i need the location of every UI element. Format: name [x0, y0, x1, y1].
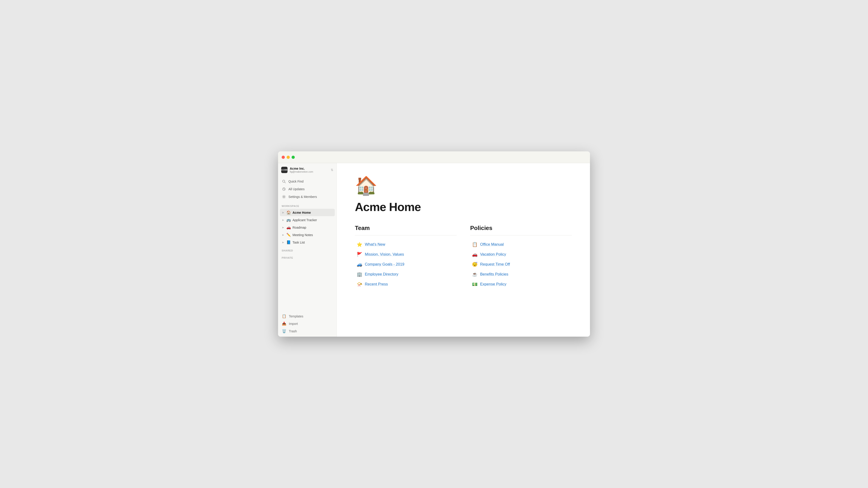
- main-content: 🏠 Acme Home Team ⭐ What's New 🚩 Missio: [337, 163, 590, 337]
- link-office-manual[interactable]: 📋 Office Manual: [470, 240, 572, 249]
- all-updates-item[interactable]: All Updates: [280, 185, 335, 193]
- link-recent-press[interactable]: 📯 Recent Press: [355, 280, 457, 289]
- employee-directory-emoji: 🏢: [356, 271, 363, 277]
- workspace-info: ACME Acme Inc. fig@makenotion.com: [281, 167, 313, 173]
- link-mission-vision[interactable]: 🚩 Mission, Vision, Values: [355, 250, 457, 259]
- workspace-email: fig@makenotion.com: [290, 170, 313, 173]
- sidebar-bottom: 📋 Templates 📥 Import 🗑️ Trash: [278, 311, 337, 337]
- app-window: ACME Acme Inc. fig@makenotion.com ⇅: [278, 151, 590, 337]
- nav-item-meeting-notes[interactable]: ▶ ✏️ Meeting Notes: [280, 231, 335, 238]
- employee-directory-text: Employee Directory: [365, 272, 398, 276]
- link-request-time-off[interactable]: 😴 Request Time Off: [470, 260, 572, 269]
- link-vacation-policy[interactable]: 🚗 Vacation Policy: [470, 250, 572, 259]
- maximize-button[interactable]: [291, 156, 295, 159]
- quick-find-label: Quick Find: [288, 180, 304, 183]
- team-divider: [355, 235, 457, 235]
- expense-policy-text: Expense Policy: [480, 282, 506, 287]
- link-whats-new[interactable]: ⭐ What's New: [355, 240, 457, 249]
- traffic-lights: [282, 156, 295, 159]
- workspace-name: Acme Inc.: [290, 167, 313, 170]
- trash-label: Trash: [289, 329, 297, 333]
- chevron-right-icon: ▶: [282, 241, 285, 243]
- expense-policy-emoji: 💵: [471, 282, 478, 287]
- policies-column: Policies 📋 Office Manual 🚗 Vacation Poli…: [470, 225, 572, 289]
- import-item[interactable]: 📥 Import: [280, 320, 335, 327]
- vacation-policy-emoji: 🚗: [471, 252, 478, 257]
- chevron-right-icon: ▶: [282, 211, 285, 214]
- mission-vision-emoji: 🚩: [356, 252, 363, 257]
- team-link-list: ⭐ What's New 🚩 Mission, Vision, Values 🚙…: [355, 240, 457, 289]
- policies-divider: [470, 235, 572, 235]
- benefits-policies-text: Benefits Policies: [480, 272, 508, 276]
- whats-new-emoji: ⭐: [356, 242, 363, 247]
- nav-emoji-roadmap: 🚗: [286, 225, 291, 230]
- nav-item-acme-home[interactable]: ▶ 🏠 Acme Home: [280, 209, 335, 216]
- settings-item[interactable]: Settings & Members: [280, 193, 335, 201]
- workspace-chevron-icon: ⇅: [331, 168, 333, 172]
- recent-press-text: Recent Press: [365, 282, 388, 287]
- nav-item-roadmap[interactable]: ▶ 🚗 Roadmap: [280, 224, 335, 231]
- nav-label-applicant-tracker: Applicant Tracker: [292, 218, 333, 222]
- chevron-right-icon: ▶: [282, 234, 285, 236]
- nav-item-applicant-tracker[interactable]: ▶ 🚌 Applicant Tracker: [280, 216, 335, 224]
- policies-link-list: 📋 Office Manual 🚗 Vacation Policy 😴 Requ…: [470, 240, 572, 289]
- import-icon: 📥: [282, 322, 287, 326]
- link-employee-directory[interactable]: 🏢 Employee Directory: [355, 270, 457, 279]
- search-icon: [282, 179, 286, 184]
- chevron-right-icon: ▶: [282, 226, 285, 229]
- close-button[interactable]: [282, 156, 285, 159]
- team-column: Team ⭐ What's New 🚩 Mission, Vision, Val…: [355, 225, 457, 289]
- company-goals-text: Company Goals - 2019: [365, 262, 404, 267]
- nav-emoji-applicant-tracker: 🚌: [286, 218, 291, 222]
- app-body: ACME Acme Inc. fig@makenotion.com ⇅: [278, 163, 590, 337]
- office-manual-text: Office Manual: [480, 242, 504, 247]
- settings-label: Settings & Members: [288, 195, 317, 199]
- nav-emoji-task-list: 📘: [286, 240, 291, 245]
- nav-label-task-list: Task List: [292, 240, 333, 244]
- company-goals-emoji: 🚙: [356, 262, 363, 267]
- whats-new-text: What's New: [365, 242, 385, 247]
- trash-item[interactable]: 🗑️ Trash: [280, 327, 335, 335]
- minimize-button[interactable]: [287, 156, 290, 159]
- content-grid: Team ⭐ What's New 🚩 Mission, Vision, Val…: [355, 225, 572, 289]
- all-updates-label: All Updates: [288, 187, 305, 191]
- nav-label-meeting-notes: Meeting Notes: [292, 233, 333, 237]
- page-icon: 🏠: [355, 177, 572, 195]
- page-title: Acme Home: [355, 200, 572, 214]
- request-time-off-text: Request Time Off: [480, 262, 510, 267]
- clock-icon: [282, 187, 286, 191]
- request-time-off-emoji: 😴: [471, 262, 478, 267]
- recent-press-emoji: 📯: [356, 282, 363, 287]
- sidebar-actions: Quick Find All Updates: [278, 177, 337, 201]
- link-company-goals[interactable]: 🚙 Company Goals - 2019: [355, 260, 457, 269]
- trash-icon: 🗑️: [282, 329, 287, 333]
- svg-point-5: [283, 196, 285, 197]
- workspace-header[interactable]: ACME Acme Inc. fig@makenotion.com ⇅: [278, 163, 337, 177]
- svg-line-1: [285, 182, 285, 183]
- quick-find-item[interactable]: Quick Find: [280, 177, 335, 185]
- workspace-logo: ACME: [281, 167, 287, 173]
- link-expense-policy[interactable]: 💵 Expense Policy: [470, 280, 572, 289]
- templates-icon: 📋: [282, 314, 287, 318]
- link-benefits-policies[interactable]: ☕ Benefits Policies: [470, 270, 572, 279]
- team-column-title: Team: [355, 225, 457, 232]
- benefits-policies-emoji: ☕: [471, 271, 478, 277]
- sidebar: ACME Acme Inc. fig@makenotion.com ⇅: [278, 163, 337, 337]
- nav-label-roadmap: Roadmap: [292, 226, 333, 229]
- templates-label: Templates: [289, 315, 303, 318]
- shared-section-label: SHARED: [278, 246, 337, 253]
- mission-vision-text: Mission, Vision, Values: [365, 252, 404, 257]
- chevron-right-icon: ▶: [282, 219, 285, 221]
- workspace-section-label: WORKSPACE: [278, 201, 337, 209]
- vacation-policy-text: Vacation Policy: [480, 252, 506, 257]
- templates-item[interactable]: 📋 Templates: [280, 313, 335, 320]
- nav-emoji-meeting-notes: ✏️: [286, 233, 291, 237]
- policies-column-title: Policies: [470, 225, 572, 232]
- private-section-label: PRIVATE: [278, 253, 337, 260]
- workspace-nav: ▶ 🏠 Acme Home ▶ 🚌 Applicant Tracker ▶ 🚗 …: [278, 209, 337, 246]
- titlebar: [278, 151, 590, 163]
- nav-item-task-list[interactable]: ▶ 📘 Task List: [280, 238, 335, 246]
- nav-emoji-acme-home: 🏠: [286, 210, 291, 215]
- office-manual-emoji: 📋: [471, 242, 478, 247]
- nav-label-acme-home: Acme Home: [292, 211, 333, 215]
